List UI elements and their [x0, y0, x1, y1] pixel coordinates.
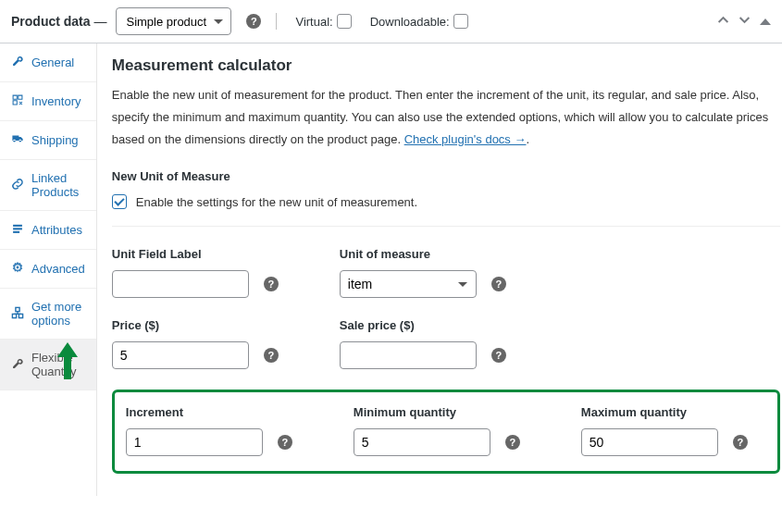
panel-header: Product data — Simple product ? Virtual:…	[0, 0, 782, 43]
field-increment: Increment ?	[126, 405, 311, 456]
panel-prev-icon[interactable]	[717, 14, 729, 29]
new-unit-heading: New Unit of Measure	[112, 169, 780, 183]
row-unit: Unit Field Label ? Unit of measure item …	[112, 247, 780, 298]
panel-title-text: Product data	[11, 14, 91, 29]
wrench-icon	[11, 357, 24, 373]
panel-body: General Inventory Shipping Linked Produc…	[0, 43, 782, 496]
field-unit-label: Unit Field Label ?	[112, 247, 297, 298]
sidebar-item-attributes[interactable]: Attributes	[0, 211, 96, 250]
increment-input[interactable]	[126, 428, 263, 456]
field-unit-of-measure: Unit of measure item ?	[340, 247, 525, 298]
panel-next-icon[interactable]	[739, 14, 751, 29]
panel-title: Product data —	[11, 14, 106, 29]
product-type-select[interactable]: Simple product	[116, 7, 231, 35]
unit-of-measure-select[interactable]: item	[340, 270, 477, 298]
field-min-qty: Minimum quantity ?	[354, 405, 539, 456]
svg-rect-0	[13, 225, 22, 227]
enable-row[interactable]: Enable the settings for the new unit of …	[112, 194, 780, 209]
header-toggles: Virtual: Downloadable:	[276, 13, 467, 30]
help-icon[interactable]: ?	[505, 435, 520, 450]
max-qty-input[interactable]	[581, 428, 718, 456]
sidebar: General Inventory Shipping Linked Produc…	[0, 43, 97, 496]
sidebar-item-get-more-options[interactable]: Get more options	[0, 289, 96, 340]
pointer-arrow-icon	[57, 342, 78, 382]
downloadable-toggle[interactable]: Downloadable:	[370, 14, 468, 29]
section-description: Enable the new unit of measurement for t…	[112, 84, 780, 151]
sidebar-item-label: General	[31, 56, 74, 69]
field-max-qty: Maximum quantity ?	[581, 405, 766, 456]
sidebar-item-flexible-quantity[interactable]: Flexible Quantity	[0, 340, 96, 390]
sidebar-item-general[interactable]: General	[0, 43, 96, 82]
gear-icon	[11, 261, 24, 277]
sale-price-label: Sale price ($)	[340, 318, 525, 332]
sidebar-item-label: Attributes	[31, 223, 82, 237]
virtual-toggle[interactable]: Virtual:	[295, 14, 351, 29]
sidebar-item-linked-products[interactable]: Linked Products	[0, 160, 96, 211]
sidebar-item-label: Get more options	[31, 300, 85, 328]
highlight-box: Increment ? Minimum quantity ? Maximum q…	[112, 390, 780, 474]
downloadable-checkbox[interactable]	[453, 14, 468, 29]
help-icon[interactable]: ?	[264, 277, 279, 291]
section-title: Measurement calculator	[112, 56, 780, 75]
virtual-checkbox[interactable]	[337, 14, 352, 29]
docs-link[interactable]: Check plugin's docs →	[404, 132, 527, 146]
min-qty-label: Minimum quantity	[354, 405, 539, 419]
shipping-icon	[11, 132, 24, 148]
sidebar-item-shipping[interactable]: Shipping	[0, 121, 96, 160]
svg-rect-2	[13, 231, 19, 233]
field-sale-price: Sale price ($) ?	[340, 318, 525, 369]
help-icon[interactable]: ?	[491, 348, 506, 363]
docs-suffix: .	[526, 132, 529, 146]
attributes-icon	[11, 222, 24, 238]
help-icon[interactable]: ?	[733, 435, 748, 450]
sidebar-item-label: Inventory	[31, 94, 81, 108]
sidebar-item-label: Shipping	[31, 133, 79, 147]
price-input[interactable]	[112, 341, 249, 369]
unit-of-measure-label: Unit of measure	[340, 247, 525, 261]
field-price: Price ($) ?	[112, 318, 297, 369]
help-icon[interactable]: ?	[246, 14, 261, 29]
separator	[112, 226, 780, 227]
price-label: Price ($)	[112, 318, 297, 332]
help-icon[interactable]: ?	[264, 348, 279, 363]
sidebar-item-advanced[interactable]: Advanced	[0, 250, 96, 289]
sidebar-item-label: Advanced	[31, 262, 85, 276]
virtual-label: Virtual:	[295, 15, 332, 29]
max-qty-label: Maximum quantity	[581, 405, 766, 419]
sale-price-input[interactable]	[340, 341, 477, 369]
min-qty-input[interactable]	[354, 428, 490, 456]
inventory-icon	[11, 93, 24, 109]
unit-field-label: Unit Field Label	[112, 247, 297, 261]
sidebar-item-label: Linked Products	[31, 171, 85, 199]
product-type-select-wrap: Simple product	[116, 7, 231, 35]
increment-label: Increment	[126, 405, 311, 419]
extensions-icon	[11, 306, 24, 322]
panel-nav-controls	[717, 14, 771, 29]
enable-checkbox[interactable]	[112, 194, 127, 209]
svg-rect-3	[16, 307, 19, 311]
sidebar-item-inventory[interactable]: Inventory	[0, 82, 96, 121]
svg-rect-1	[13, 228, 22, 229]
wrench-icon	[11, 55, 24, 70]
help-icon[interactable]: ?	[278, 435, 292, 450]
header-divider	[276, 13, 277, 30]
row-price: Price ($) ? Sale price ($) ?	[112, 318, 780, 369]
unit-field-input[interactable]	[112, 270, 249, 298]
help-icon[interactable]: ?	[491, 277, 506, 291]
panel-title-dash: —	[91, 14, 107, 29]
content-area: Measurement calculator Enable the new un…	[97, 43, 782, 496]
panel-collapse-icon[interactable]	[760, 19, 771, 25]
downloadable-label: Downloadable:	[370, 15, 450, 29]
link-icon	[11, 178, 24, 193]
enable-text: Enable the settings for the new unit of …	[136, 195, 417, 209]
